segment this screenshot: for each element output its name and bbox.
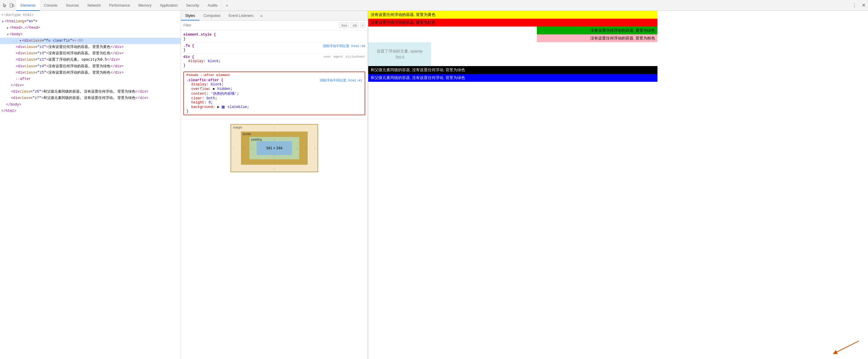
html-tree: <!doctype html> <html lang="en"> <head>…… — [0, 11, 181, 359]
html-line[interactable]: <div class="z5">没有设置任何浮动的容器, 背景为粉色</div> — [0, 70, 181, 76]
box-dimensions: 541 × 244 — [266, 146, 283, 150]
inspect-icon[interactable] — [2, 3, 7, 8]
attr-value: en — [29, 19, 33, 24]
hov-filter-btn[interactable]: :hov — [339, 23, 349, 28]
css-value: hidden — [217, 87, 230, 91]
css-value: block — [208, 59, 219, 63]
tab-more[interactable]: » — [222, 0, 232, 11]
selected-html-line[interactable]: ... <div class="fu clearfix"> == $0 — [0, 38, 181, 44]
css-rule-div: div { user agent stylesheet display: blo… — [181, 54, 368, 69]
html-line[interactable]: <html lang="en"> — [0, 19, 181, 25]
css-source[interactable]: 清除浮动不同位置.html:39 — [323, 44, 365, 48]
html-line[interactable]: <div class="z7">和父级元素同级的容器, 没有设置任何浮动, 背景… — [0, 95, 181, 101]
css-selector: div { — [183, 55, 194, 59]
pseudo-after-line[interactable]: ::after — [0, 76, 181, 82]
html-line[interactable]: <div class="z2">没有设置任何浮动的容器, 背景为黄色</div> — [0, 44, 181, 50]
tab-styles[interactable]: Styles — [181, 11, 199, 21]
head-tag: <head> — [10, 25, 23, 31]
preview-blue: 和父级元素同级的容器, 没有设置任何浮动, 背景为绿色 — [368, 74, 657, 82]
styles-filter-input[interactable] — [183, 23, 337, 27]
tab-application[interactable]: Application — [156, 0, 182, 11]
html-line[interactable]: <head>…</head> — [0, 25, 181, 31]
tab-security[interactable]: Security — [182, 0, 203, 11]
pseudo-element-box: Pseudo ::after element .clearfix:after {… — [183, 71, 365, 115]
preview-yellow: 没有设置任何浮动的容器, 背景为黄色 — [368, 11, 657, 19]
add-style-btn[interactable]: + — [361, 23, 365, 28]
tab-icons — [0, 3, 16, 8]
pseudo-label: Pseudo ::after element — [186, 73, 362, 77]
expand-arrow[interactable] — [6, 25, 10, 31]
css-value: block — [211, 82, 222, 87]
html-line[interactable]: <body> — [0, 31, 181, 38]
attr-name: lang — [16, 19, 25, 24]
preview-float-row: 设置了浮动的元素, opacity 为0.5 — [368, 42, 657, 66]
css-value: 0 — [209, 100, 211, 105]
css-value: '伪类的内容哦' — [211, 92, 237, 96]
styles-tabs: Styles Computed Event Listeners » — [181, 11, 368, 21]
box-border: border - - - - padding - - - - — [241, 131, 308, 165]
box-margin: margin - - - - border - - - - — [231, 125, 318, 172]
css-rules: element.style { } .fu { 清除浮动不同位置.html:39… — [181, 30, 368, 119]
main-content: <!doctype html> <html lang="en"> <head>…… — [0, 11, 868, 359]
tab-performance[interactable]: Performance — [105, 0, 134, 11]
styles-more[interactable]: » — [258, 11, 265, 21]
html-line[interactable]: </div> — [0, 82, 181, 89]
css-selector: .fu { — [183, 44, 194, 48]
padding-label: padding — [251, 138, 262, 141]
expand-arrow[interactable] — [1, 19, 5, 24]
devtools-close[interactable]: ✕ — [859, 2, 868, 8]
elements-panel: <!doctype html> <html lang="en"> <head>…… — [0, 11, 181, 359]
expand-arrow[interactable] — [19, 38, 22, 44]
html-line[interactable]: <div class="z4">没有设置任何浮动的容器, 背景为绿色</div> — [0, 63, 181, 70]
css-source[interactable]: 清除浮动不同位置.html:41 — [320, 78, 362, 83]
tab-event-listeners[interactable]: Event Listeners — [224, 11, 258, 21]
css-selector: .clearfix:after { — [186, 78, 223, 82]
html-line[interactable]: <div class="z3">没有设置任何浮动的容器, 背景为红色</div> — [0, 50, 181, 57]
device-icon[interactable] — [9, 3, 14, 8]
box-model: margin - - - - border - - - - — [230, 124, 318, 172]
css-value: slateblue — [227, 105, 247, 109]
background-expand[interactable]: ▶ — [217, 105, 219, 109]
devtools-tab-bar: Elements Console Sources Network Perform… — [0, 0, 868, 11]
tab-network[interactable]: Network — [83, 0, 105, 11]
html-line[interactable]: <div class="z1">设置了浮动的元素, opacity为0.5</d… — [0, 57, 181, 63]
html-line[interactable]: <div class="z6">和父级元素同级的容器, 没有设置任何浮动, 背景… — [0, 89, 181, 95]
preview-row-3: 没有设置任何浮动的容器, 背景为绿色 — [368, 27, 657, 34]
html-tag: <html — [5, 19, 16, 24]
tab-memory[interactable]: Memory — [134, 0, 156, 11]
pseudo-content: .clearfix:after { 清除浮动不同位置.html:41 displ… — [186, 78, 362, 114]
margin-label: margin — [233, 126, 243, 129]
box-padding: padding - - - - 541 × 244 — [249, 137, 300, 159]
css-rule-fu: .fu { 清除浮动不同位置.html:39 } — [181, 42, 368, 54]
html-line[interactable]: </html> — [0, 108, 181, 114]
doctype-comment: <!doctype html> — [1, 12, 34, 18]
margin-dash-right: - — [315, 147, 315, 150]
preview-float: 设置了浮动的元素, opacity 为0.5 — [368, 42, 431, 66]
svg-rect-0 — [10, 4, 12, 7]
margin-dash-top: - — [274, 126, 275, 129]
css-value: both — [206, 96, 215, 100]
css-rule-element-style: element.style { } — [181, 31, 368, 42]
svg-rect-1 — [13, 4, 14, 7]
styles-panel: :hov .cls + element.style { } — [181, 21, 368, 359]
cls-filter-btn[interactable]: .cls — [350, 23, 359, 28]
css-selector: element.style { — [183, 33, 216, 37]
color-swatch[interactable] — [222, 106, 225, 109]
preview-green: 没有设置任何浮动的容器, 背景为绿色 — [537, 27, 657, 34]
css-source: user agent stylesheet — [323, 55, 365, 59]
preview-row-4: 没有设置任何浮动的容器, 背景为粉色 — [368, 34, 657, 42]
tab-elements[interactable]: Elements — [16, 0, 40, 11]
styles-panel-container: Styles Computed Event Listeners » :hov .… — [181, 11, 368, 359]
html-line: <!doctype html> — [0, 12, 181, 19]
tab-audits[interactable]: Audits — [203, 0, 222, 11]
box-model-container: margin - - - - border - - - - — [181, 119, 368, 177]
html-line[interactable]: </body> — [0, 102, 181, 108]
devtools-more-options[interactable]: ⋮ — [849, 2, 859, 8]
preview-pink: 没有设置任何浮动的容器, 背景为粉色 — [537, 34, 657, 42]
tab-computed[interactable]: Computed — [199, 11, 224, 21]
tab-console[interactable]: Console — [40, 0, 62, 11]
body-tag: <body> — [10, 32, 23, 37]
expand-arrow[interactable] — [6, 32, 10, 37]
tab-sources[interactable]: Sources — [62, 0, 83, 11]
overflow-expand[interactable]: ▶ — [213, 87, 215, 91]
